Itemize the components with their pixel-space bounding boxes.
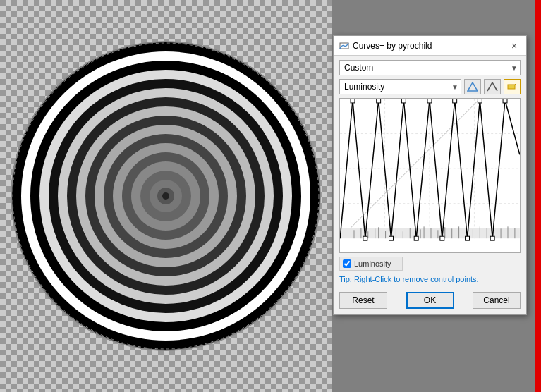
curve-graph[interactable]: [339, 98, 521, 253]
curve-type-btn-1[interactable]: [464, 79, 481, 94]
svg-rect-63: [414, 236, 418, 240]
curve-type-btn-2[interactable]: [484, 79, 501, 94]
title-left: Curves+ by pyrochild: [339, 41, 432, 51]
cancel-button[interactable]: Cancel: [473, 292, 521, 309]
dialog-app-icon: [339, 41, 349, 51]
svg-rect-66: [453, 99, 457, 103]
svg-rect-67: [466, 236, 470, 240]
channel-dropdown[interactable]: Luminosity Red Green Blue Alpha: [339, 79, 461, 94]
svg-marker-22: [468, 82, 478, 91]
reset-button[interactable]: Reset: [339, 292, 387, 309]
curves-dialog: Curves+ by pyrochild × Custom ▼ Luminosi…: [333, 35, 527, 315]
curve-type-btn-3[interactable]: [504, 79, 521, 94]
svg-rect-62: [401, 99, 406, 103]
dialog-body: Custom ▼ Luminosity Red Green Blue Alpha…: [334, 56, 526, 314]
dialog-titlebar: Curves+ by pyrochild ×: [334, 36, 526, 56]
svg-rect-59: [363, 236, 367, 240]
svg-point-19: [162, 192, 169, 200]
preset-dropdown[interactable]: Custom: [339, 60, 521, 75]
svg-rect-23: [508, 85, 515, 89]
dialog-title: Curves+ by pyrochild: [353, 41, 432, 51]
close-button[interactable]: ×: [508, 39, 521, 52]
svg-rect-60: [377, 99, 381, 103]
rings-visualization: [11, 41, 321, 351]
canvas-background: [0, 0, 332, 392]
svg-rect-68: [478, 99, 482, 103]
svg-rect-61: [389, 236, 394, 240]
preset-dropdown-wrapper: Custom ▼: [339, 60, 521, 75]
preset-row: Custom ▼: [339, 60, 521, 75]
channel-dropdown-wrapper: Luminosity Red Green Blue Alpha ▼: [339, 79, 461, 94]
svg-line-24: [515, 83, 516, 85]
red-strip: [535, 0, 541, 392]
ok-button[interactable]: OK: [406, 292, 454, 309]
tip-text: Tip: Right-Click to remove control point…: [339, 274, 521, 285]
svg-rect-70: [503, 99, 507, 103]
controls-row: Luminosity Red Green Blue Alpha ▼: [339, 79, 521, 94]
svg-rect-69: [490, 236, 494, 240]
svg-rect-64: [427, 99, 432, 103]
svg-rect-65: [440, 236, 444, 240]
luminosity-checkbox-row: Luminosity: [339, 257, 403, 271]
luminosity-checkbox-label: Luminosity: [354, 259, 391, 268]
luminosity-checkbox[interactable]: [343, 259, 351, 268]
svg-rect-58: [351, 99, 355, 103]
button-row: Reset OK Cancel: [339, 289, 521, 310]
